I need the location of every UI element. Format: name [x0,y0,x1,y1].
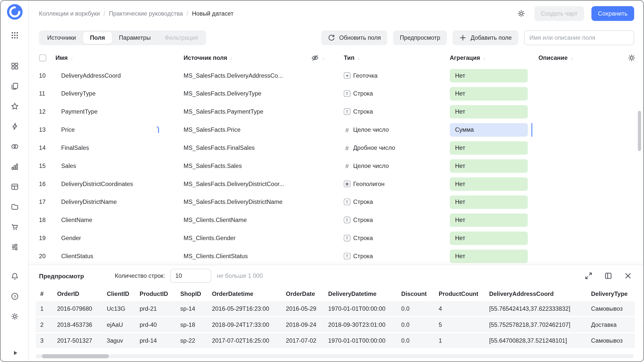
field-row[interactable]: 11DeliveryTypeMS_SalesFacts.DeliveryType… [39,84,643,103]
field-name[interactable]: DeliveryAddressCoord [61,72,121,79]
preview-cell: 2018-453736 [57,321,107,328]
aggregation-select[interactable]: Нет [450,141,528,155]
field-aggregation-cell: Нет [450,105,539,118]
field-type-select[interactable]: TСтрока [344,199,450,205]
field-type-select[interactable]: TСтрока [344,253,450,259]
expand-preview-icon[interactable] [584,271,593,280]
field-row[interactable]: 17DeliveryDistrictNameMS_SalesFacts.Deli… [39,193,643,211]
aggregation-select[interactable]: Нет [450,69,528,82]
field-row[interactable]: 16DeliveryDistrictCoordinatesMS_SalesFac… [39,175,643,193]
horizontal-scrollbar-thumb[interactable] [42,354,109,358]
add-field-button[interactable]: Добавить поле [453,30,518,45]
horizontal-scrollbar[interactable] [36,354,634,358]
field-row[interactable]: 19GenderMS_Clients.GenderTСтрокаНет [39,229,643,247]
tab-parameters[interactable]: Параметры [112,32,158,44]
help-icon[interactable]: ? [11,292,19,300]
field-row[interactable]: 10DeliveryAddressCoordMS_SalesFacts.Deli… [39,66,643,84]
charts-icon[interactable] [11,163,19,171]
aggregation-select[interactable]: Нет [450,249,528,263]
field-name-cell: 15Sales [39,163,184,169]
field-search-input[interactable] [524,30,634,45]
aggregation-select-wrap: Нет [450,213,528,227]
breadcrumb-collections[interactable]: Коллекции и воркбуки [39,10,100,17]
dataset-settings-gear-icon[interactable] [515,8,527,19]
preview-cell: 2017-07-02T16:25:00 [212,337,286,344]
field-name[interactable]: DeliveryDistrictCoordinates [61,180,133,187]
sidebar-collapse-arrow-icon[interactable] [12,349,20,357]
top-bar: Коллекции и воркбуки / Практические руко… [29,1,643,26]
favorites-icon[interactable] [11,102,19,111]
tab-filtering[interactable]: Фильтрация [158,32,205,44]
vertical-scrollbar-thumb[interactable] [638,111,641,151]
field-name[interactable]: ClientName [61,217,92,223]
aggregation-select[interactable]: Сумма [450,123,528,137]
field-name[interactable]: Price [61,126,75,133]
field-row[interactable]: 12PaymentTypeMS_SalesFacts.PaymentTypeTС… [39,103,643,121]
field-name[interactable]: ClientStatus [61,253,93,259]
column-header-source[interactable]: Источник поля [184,55,227,61]
preview-cell: 2016-05-29 [286,305,328,312]
connections-icon[interactable] [11,143,19,151]
files-icon[interactable] [11,203,19,211]
aggregation-select[interactable]: Нет [450,213,528,227]
datalens-logo[interactable] [7,4,23,20]
aggregation-select[interactable]: Нет [450,159,528,173]
field-type-select[interactable]: TСтрока [344,90,450,97]
marketplace-icon[interactable] [11,223,19,231]
column-header-description[interactable]: Описание [538,55,568,61]
field-type-select[interactable]: TСтрока [344,235,450,241]
field-type-select[interactable]: #Целое число [344,162,450,169]
preview-toggle-button[interactable]: Предпросмотр [393,30,447,45]
field-row-number: 19 [39,235,61,241]
field-type-select[interactable]: TСтрока [344,217,450,223]
create-chart-button[interactable]: Создать чарт [534,6,584,21]
field-name[interactable]: DeliveryType [61,90,96,97]
row-count-input[interactable] [170,269,211,283]
aggregation-select[interactable]: Нет [450,105,528,118]
column-header-name[interactable]: Имя [55,55,67,61]
field-type-select[interactable]: Геополигон [344,180,450,187]
field-row[interactable]: 20ClientStatusMS_Clients.ClientStatusTСт… [39,247,643,265]
settings-gear-icon[interactable] [11,312,19,321]
breadcrumb-guides[interactable]: Практические руководства [109,10,183,17]
datasets-icon[interactable] [11,183,19,191]
aggregation-select[interactable]: Нет [450,231,528,245]
field-type-select[interactable]: #Дробное число [344,144,450,151]
aggregation-select-wrap: Нет [450,195,528,209]
field-row[interactable]: 15SalesMS_SalesFacts.Sales#Целое числоНе… [39,157,643,175]
tab-sources[interactable]: Источники [40,32,83,44]
field-row[interactable]: 14FinalSalesMS_SalesFacts.FinalSales#Дро… [39,139,643,157]
functions-icon[interactable] [11,122,19,131]
notifications-bell-icon[interactable] [11,272,19,280]
dashboards-icon[interactable] [11,62,19,70]
services-settings-icon[interactable] [11,243,19,251]
field-type-select[interactable]: TСтрока [344,108,450,115]
aggregation-select[interactable]: Нет [450,87,528,100]
field-name[interactable]: Gender [61,235,81,241]
field-name[interactable]: PaymentType [61,108,98,115]
aggregation-select[interactable]: Нет [450,177,528,191]
aggregation-select[interactable]: Нет [450,195,528,209]
field-type-select[interactable]: #Целое число [344,126,450,133]
field-row[interactable]: 18ClientNameMS_Clients.ClientNameTСтрока… [39,211,643,229]
field-name[interactable]: FinalSales [61,145,89,151]
tab-fields[interactable]: Поля [83,32,112,44]
visibility-eye-off-icon[interactable] [311,54,319,62]
select-all-checkbox[interactable] [39,54,46,62]
workbooks-icon[interactable] [11,82,19,90]
field-name-cell: 12PaymentType [39,108,184,115]
apps-grid-icon[interactable] [11,31,19,39]
refresh-fields-button[interactable]: Обновить поля [321,30,387,45]
field-type-select[interactable]: Геоточка [344,72,450,79]
close-preview-icon[interactable] [623,271,632,280]
columns-settings-gear-icon[interactable] [626,52,637,64]
split-panel-icon[interactable] [604,271,613,280]
column-header-type[interactable]: Тип [344,55,354,61]
save-button[interactable]: Сохранить [591,6,634,21]
field-name[interactable]: Sales [61,163,76,169]
field-source: MS_SalesFacts.DeliveryType [184,90,311,97]
column-header-aggregation[interactable]: Агрегация [450,55,480,61]
field-row[interactable]: 13PriceMS_SalesFacts.Price#Целое числоСу… [39,121,643,139]
preview-column-header: OrderID [57,291,107,297]
field-name[interactable]: DeliveryDistrictName [61,199,117,205]
